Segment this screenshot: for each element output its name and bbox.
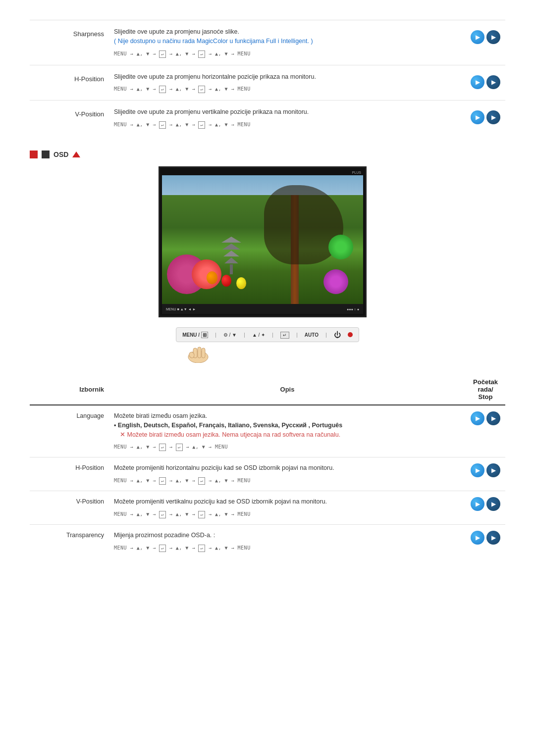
- bush-green-right: [328, 235, 353, 259]
- osd-hpos-next-btn[interactable]: ▶: [486, 463, 500, 477]
- osd-header-menu: Izbornik: [30, 374, 109, 405]
- osd-vpos-nav-buttons: ▶ ▶: [471, 497, 500, 511]
- bush-red: [192, 259, 221, 289]
- ctrl-divider3: |: [272, 332, 273, 338]
- osd-header-desc: Opis: [109, 374, 466, 405]
- osd-up-arrow-icon: [72, 151, 80, 157]
- osd-transparency-label: Transparency: [30, 524, 109, 557]
- table-row: Language Možete birati između osam jezik…: [30, 405, 505, 457]
- hposition-nav: ▶ ▶: [466, 65, 505, 101]
- balloon-red: [221, 275, 231, 287]
- osd-vpos-next-btn[interactable]: ▶: [486, 497, 500, 511]
- osd-transparency-menu-path: MENU → ▲, ▼ → ↵ → ▲, ▼ → ↵ → ▲, ▼ → MENU: [114, 544, 461, 552]
- svg-rect-3: [202, 348, 205, 358]
- osd-transparency-nav: ▶ ▶: [466, 524, 505, 557]
- sharpness-menu-path: MENU → ▲, ▼ → ↵ → ▲, ▼ → ↵ → ▲, ▼ → MENU: [114, 50, 461, 58]
- row-label-hposition: H-Position: [30, 65, 109, 101]
- ctrl-enter-btn: ↵: [280, 332, 289, 338]
- balloon-yellow: [236, 277, 246, 289]
- ctrl-arrows-label: ⚙ / ▼: [223, 332, 237, 338]
- vposition-prev-btn[interactable]: ▶: [471, 110, 484, 124]
- osd-vpos-label: V-Position: [30, 491, 109, 525]
- osd-transparency-nav-buttons: ▶ ▶: [471, 531, 500, 545]
- monitor-screen: [162, 175, 363, 304]
- monitor-image-container: PLUS: [30, 166, 505, 317]
- osd-transparency-next-btn[interactable]: ▶: [486, 531, 500, 545]
- sharpness-nav-buttons: ▶ ▶: [471, 30, 500, 44]
- osd-transparency-line1: Mijenja prozirnost pozadine OSD-a. :: [114, 532, 215, 539]
- osd-language-label: Language: [30, 405, 109, 457]
- hposition-menu-path: MENU → ▲, ▼ → ↵ → ▲, ▼ → ↵ → ▲, ▼ → MENU: [114, 85, 461, 93]
- ctrl-indicator: [348, 332, 353, 337]
- monitor-frame: PLUS: [159, 166, 367, 317]
- controller-container: MENU / ⊞ | ⚙ / ▼ | ▲ / ✦ | ↵ | AUTO | ⏻: [30, 327, 505, 364]
- monitor-bottom-right: ●●● ○ ●: [347, 307, 359, 311]
- osd-hpos-label: H-Position: [30, 457, 109, 491]
- hposition-nav-buttons: ▶ ▶: [471, 75, 500, 89]
- flowers-bottom-right: [323, 269, 348, 294]
- controller-wrapper: MENU / ⊞ | ⚙ / ▼ | ▲ / ✦ | ↵ | AUTO | ⏻: [176, 327, 359, 364]
- ctrl-divider4: |: [296, 332, 298, 338]
- ctrl-adjust-label: ▲ / ✦: [252, 332, 265, 338]
- ctrl-divider2: |: [244, 332, 245, 338]
- row-desc-sharpness: Slijedite ove upute za promjenu jasnoće …: [109, 20, 466, 65]
- language-next-btn[interactable]: ▶: [486, 411, 500, 425]
- svg-rect-2: [198, 347, 201, 358]
- vposition-desc-text: Slijedite ove upute za promjenu vertikal…: [114, 108, 309, 115]
- sharpness-nav: ▶ ▶: [466, 20, 505, 65]
- ctrl-divider5: |: [325, 332, 327, 338]
- monitor-top-label: PLUS: [162, 170, 363, 175]
- hposition-prev-btn[interactable]: ▶: [471, 75, 484, 89]
- vposition-menu-path: MENU → ▲, ▼ → ↵ → ▲, ▼ → ↵ → ▲, ▼ → MENU: [114, 121, 461, 129]
- pagoda: [221, 237, 241, 274]
- settings-table: Sharpness Slijedite ove upute za promjen…: [30, 20, 505, 136]
- table-row: Sharpness Slijedite ove upute za promjen…: [30, 20, 505, 65]
- monitor-bottom-bar: MENU ■ ▲▼ ◄ ► ●●● ○ ●: [162, 304, 363, 314]
- hposition-next-btn[interactable]: ▶: [486, 75, 500, 89]
- osd-language-nav: ▶ ▶: [466, 405, 505, 457]
- language-line2: • English, Deutsch, Español, Français, I…: [114, 422, 342, 429]
- sharpness-next-btn[interactable]: ▶: [486, 30, 500, 44]
- osd-transparency-prev-btn[interactable]: ▶: [471, 531, 484, 545]
- osd-dark-square-icon: [42, 151, 50, 158]
- sharpness-note: ( Nije dostupno u načinu rada MagicColor…: [114, 38, 313, 45]
- osd-red-square-icon: [30, 151, 38, 158]
- osd-hpos-nav: ▶ ▶: [466, 457, 505, 491]
- osd-vpos-prev-btn[interactable]: ▶: [471, 497, 484, 511]
- hposition-desc-text: Slijedite ove upute za promjenu horizont…: [114, 73, 316, 80]
- vposition-nav: ▶ ▶: [466, 101, 505, 136]
- language-line1: Možete birati između osam jezika.: [114, 412, 207, 419]
- sharpness-desc-text: Slijedite ove upute za promjenu jasnoće …: [114, 28, 239, 35]
- osd-vpos-nav: ▶ ▶: [466, 491, 505, 525]
- row-desc-vposition: Slijedite ove upute za promjenu vertikal…: [109, 101, 466, 136]
- table-row: V-Position Možete promijeniti vertikalnu…: [30, 491, 505, 525]
- row-label-sharpness: Sharpness: [30, 20, 109, 65]
- osd-vpos-line1: Možete promijeniti vertikalnu poziciju k…: [114, 498, 327, 505]
- osd-vpos-desc: Možete promijeniti vertikalnu poziciju k…: [109, 491, 466, 525]
- osd-title: OSD: [54, 151, 68, 158]
- row-label-vposition: V-Position: [30, 101, 109, 136]
- balloon-orange: [207, 271, 217, 284]
- language-warning: ✕ Možete birati između osam jezika. Nema…: [120, 431, 340, 438]
- language-prev-btn[interactable]: ▶: [471, 411, 484, 425]
- table-row: Transparency Mijenja prozirnost pozadine…: [30, 524, 505, 557]
- ctrl-power-icon: ⏻: [334, 331, 341, 339]
- ctrl-menu-label: MENU / ⊞: [182, 332, 208, 338]
- sharpness-prev-btn[interactable]: ▶: [471, 30, 484, 44]
- osd-vpos-menu-path: MENU → ▲, ▼ → ↵ → ▲, ▼ → ↵ → ▲, ▼ → MENU: [114, 510, 461, 518]
- hand-illustration: [186, 343, 211, 364]
- table-row: H-Position Možete promijeniti horizontal…: [30, 457, 505, 491]
- osd-table: Izbornik Opis Početak rada/ Stop Languag…: [30, 374, 505, 558]
- osd-language-desc: Možete birati između osam jezika. • Engl…: [109, 405, 466, 457]
- table-row: V-Position Slijedite ove upute za promje…: [30, 101, 505, 136]
- language-menu-path: MENU → ▲, ▼ → ↵ → ↵ → ▲, ▼ → MENU: [114, 443, 461, 451]
- osd-header-nav: Početak rada/ Stop: [466, 374, 505, 405]
- osd-table-header: Izbornik Opis Početak rada/ Stop: [30, 374, 505, 405]
- osd-hpos-prev-btn[interactable]: ▶: [471, 463, 484, 477]
- osd-section-header: OSD: [30, 151, 505, 158]
- ctrl-auto-label: AUTO: [305, 332, 319, 338]
- monitor-wrapper: PLUS: [159, 166, 376, 317]
- vposition-nav-buttons: ▶ ▶: [471, 110, 500, 124]
- osd-hpos-line1: Možete promijeniti horizontalnu poziciju…: [114, 464, 334, 471]
- vposition-next-btn[interactable]: ▶: [486, 110, 500, 124]
